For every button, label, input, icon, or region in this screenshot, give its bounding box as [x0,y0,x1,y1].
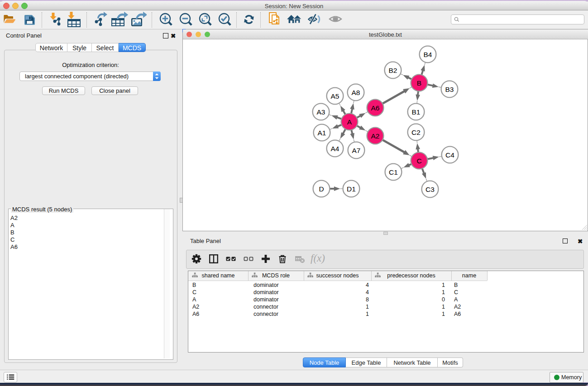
svg-text:A7: A7 [352,147,361,154]
svg-text:C3: C3 [425,186,435,193]
svg-text:A5: A5 [331,92,339,100]
svg-text:B3: B3 [445,86,454,93]
svg-text:C1: C1 [389,168,398,176]
svg-text:A3: A3 [317,108,325,116]
svg-text:C: C [416,157,421,165]
svg-text:B1: B1 [412,108,421,116]
svg-text:A8: A8 [352,89,360,96]
svg-text:A2: A2 [371,132,380,140]
svg-text:B: B [417,79,421,87]
svg-text:D1: D1 [347,185,356,193]
svg-text:A6: A6 [371,104,380,112]
svg-text:A4: A4 [331,145,339,152]
svg-text:C4: C4 [445,151,454,159]
svg-text:B2: B2 [389,67,397,74]
svg-text:B4: B4 [424,51,432,58]
svg-text:A: A [347,118,352,126]
svg-text:A1: A1 [318,129,326,137]
svg-text:D: D [319,185,324,193]
svg-text:C2: C2 [411,129,421,136]
